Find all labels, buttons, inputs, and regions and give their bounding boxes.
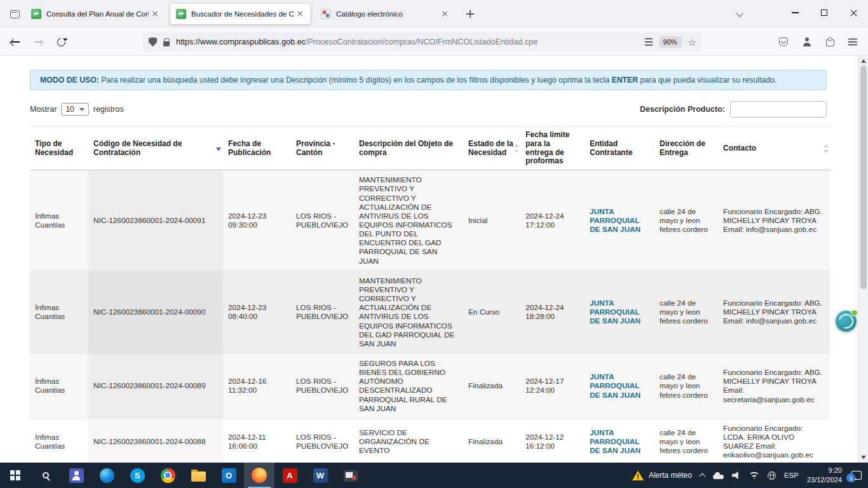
col-tipo-necesidad[interactable]: Tipo de Necesidad [30, 127, 88, 170]
col-direccion-entrega[interactable]: Dirección de Entrega [654, 127, 718, 170]
taskbar-file-explorer-button[interactable] [183, 463, 214, 488]
zoom-level-indicator[interactable]: 90% [659, 36, 682, 48]
cell-entidad: JUNTA PARROQUIAL DE SAN JUAN [585, 170, 654, 271]
weather-alert-label: Alerta méteo [649, 471, 692, 480]
window-maximize-button[interactable] [810, 0, 839, 25]
window-close-button[interactable] [839, 0, 868, 25]
app-menu-button[interactable] [843, 32, 863, 52]
cell-tipo-necesidad: Ínfimas Cuantías [30, 354, 88, 419]
tab-plan-anual[interactable]: Consulta del Plan Anual de Con [25, 4, 165, 24]
taskbar-outlook-button[interactable]: O [214, 463, 244, 488]
taskbar-acrobat-button[interactable]: A [275, 463, 305, 488]
globe-network-icon[interactable] [768, 471, 776, 480]
length-prefix-label: Mostrar [30, 105, 57, 114]
taskbar-word-button[interactable]: W [305, 463, 336, 488]
tab-close-icon[interactable] [294, 8, 306, 20]
pocket-button[interactable] [773, 32, 794, 52]
lock-icon[interactable] [163, 41, 170, 46]
col-entidad-contratante[interactable]: Entidad Contratante [585, 127, 654, 170]
taskbar-chrome-button[interactable] [153, 463, 183, 488]
cell-direccion: calle 24 de mayo y leon febres cordero [654, 354, 718, 419]
cell-entidad: JUNTA PARROQUIAL DE SAN JUAN [585, 271, 654, 353]
language-indicator[interactable]: ESP [784, 471, 799, 479]
bookmark-star-icon[interactable]: ☆ [688, 37, 696, 47]
tracking-protection-shield-icon[interactable] [149, 37, 157, 47]
cell-fecha-publicacion: 2024-12-11 16:06:00 [223, 418, 291, 463]
tab-catalogo[interactable]: Catálogo electrónico [315, 4, 455, 24]
col-estado-necesidad[interactable]: Estado de la Necesidad [463, 127, 520, 170]
edge-icon [100, 468, 114, 483]
wifi-icon[interactable] [749, 471, 759, 479]
col-fecha-limite[interactable]: Fecha límite para la entrega de proforma… [520, 127, 585, 170]
entidad-link[interactable]: JUNTA PARROQUIAL DE SAN JUAN [590, 428, 641, 455]
col-codigo[interactable]: Código de Necesidad de Contratación [88, 127, 223, 170]
entidad-link[interactable]: JUNTA PARROQUIAL DE SAN JUAN [590, 299, 641, 325]
plus-icon [466, 10, 474, 18]
forward-button[interactable] [28, 32, 48, 52]
onedrive-cloud-icon[interactable] [713, 475, 724, 479]
back-button[interactable] [5, 32, 25, 52]
address-bar[interactable]: https://www.compraspublicas.gob.ec/Proce… [143, 32, 702, 51]
volume-icon[interactable] [732, 471, 741, 479]
weather-alert-button[interactable]: Alerta méteo [632, 471, 692, 480]
taskbar-capture-tool-button[interactable] [336, 463, 366, 488]
usage-mode-banner: MODO DE USO: Para realizar una búsqueda … [30, 70, 827, 90]
scroll-down-icon[interactable] [861, 456, 866, 459]
cell-fecha-limite: 2024-12-24 18:28:00 [520, 271, 585, 353]
entidad-link[interactable]: JUNTA PARROQUIAL DE SAN JUAN [590, 207, 641, 234]
col-contacto[interactable]: Contacto [718, 127, 830, 170]
account-icon [803, 37, 811, 46]
new-tab-button[interactable] [461, 5, 479, 23]
firefox-view-icon [10, 10, 20, 18]
cell-descripcion: SEGUROS PARA LOS BIENES DEL GOBIERNO AUT… [354, 354, 463, 419]
cell-estado: En Curso [463, 271, 520, 353]
tab-title: Catálogo electrónico [336, 10, 438, 18]
scroll-up-icon[interactable] [861, 59, 866, 63]
taskbar-edge-button[interactable] [92, 463, 122, 488]
page-length-control: Mostrar 10 registros [30, 103, 124, 116]
catalog-favicon [321, 9, 331, 19]
word-icon: W [313, 468, 328, 483]
firefox-view-button[interactable] [6, 6, 23, 22]
capture-tool-icon [344, 470, 358, 482]
cell-fecha-publicacion: 2024-12-16 11:32:00 [223, 354, 291, 419]
taskbar-skype-button[interactable]: S [122, 463, 153, 488]
taskbar-teams-button[interactable] [61, 463, 92, 488]
cell-entidad: JUNTA PARROQUIAL DE SAN JUAN [585, 418, 654, 463]
extensions-button[interactable] [820, 32, 840, 52]
reader-mode-icon[interactable] [645, 38, 653, 46]
list-all-tabs-button[interactable] [731, 6, 749, 22]
cell-estado: Finalizada [463, 354, 520, 419]
necesidades-table: Tipo de Necesidad Código de Necesidad de… [30, 126, 830, 463]
tray-chevron-up-icon[interactable] [699, 473, 705, 480]
col-provincia-canton[interactable]: Provincia - Cantón [291, 127, 354, 170]
banner-bold-enter: ENTER [612, 76, 639, 85]
scrollbar-thumb[interactable] [860, 65, 867, 289]
cell-descripcion: MANTENIMIENTO PREVENTIVO Y CORRECTIVO Y … [354, 170, 463, 271]
product-description-input[interactable] [730, 101, 827, 118]
taskbar-clock[interactable]: 9:20 23/12/2024 [807, 466, 842, 485]
start-button[interactable] [0, 463, 31, 488]
length-value: 10 [65, 105, 74, 114]
notification-badge: 3 [846, 473, 855, 482]
vertical-scrollbar[interactable] [858, 56, 868, 463]
taskbar-firefox-button[interactable] [244, 463, 275, 488]
tab-close-icon[interactable] [438, 8, 451, 20]
reload-button[interactable] [51, 32, 71, 52]
account-button[interactable] [797, 32, 817, 52]
cell-fecha-publicacion: 2024-12-23 09:30:00 [223, 170, 291, 271]
taskbar-search-button[interactable] [31, 463, 61, 488]
hamburger-menu-icon [848, 41, 857, 43]
tab-buscador-necesidades[interactable]: Buscador de Necesidades de Co [170, 4, 310, 24]
table-header-row: Tipo de Necesidad Código de Necesidad de… [30, 127, 830, 170]
sort-both-icon [514, 144, 520, 154]
page-length-select[interactable]: 10 [61, 103, 88, 116]
col-descripcion-objeto[interactable]: Descripción del Objeto de compra [354, 127, 463, 170]
notification-center-icon[interactable]: 3 [851, 471, 862, 480]
col-fecha-publicacion[interactable]: Fecha de Publicación [223, 127, 291, 170]
accessibility-widget-button[interactable] [836, 311, 857, 332]
tab-close-icon[interactable] [149, 8, 161, 20]
entidad-link[interactable]: JUNTA PARROQUIAL DE SAN JUAN [590, 372, 641, 399]
window-minimize-button[interactable] [780, 0, 810, 25]
banner-bold-label: MODO DE USO: [40, 76, 99, 85]
